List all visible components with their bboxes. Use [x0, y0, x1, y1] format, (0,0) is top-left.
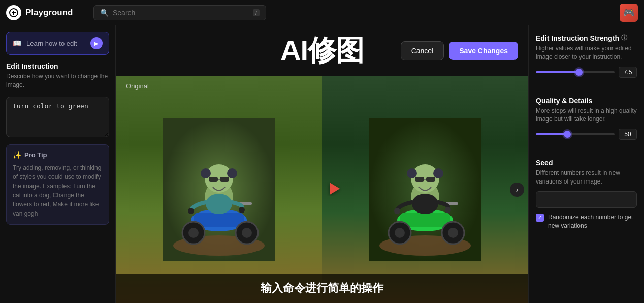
seed-desc: Different numbers result in new variatio…	[536, 169, 637, 186]
header: Playground 🔍 / 🎮	[0, 0, 644, 25]
seed-input[interactable]	[536, 191, 637, 208]
svg-point-35	[407, 168, 417, 178]
pro-tip-box: ✨ Pro Tip Try adding, removing, or think…	[6, 144, 109, 225]
seed-title: Seed	[536, 159, 637, 167]
svg-rect-32	[415, 177, 424, 182]
book-icon: 📖	[13, 39, 21, 47]
strength-info-icon: ⓘ	[621, 34, 627, 42]
strength-slider-track[interactable]	[536, 71, 615, 73]
bottom-caption: 输入命令进行简单的操作	[116, 274, 528, 303]
search-bar[interactable]: 🔍 /	[93, 5, 266, 20]
quality-slider-row: 50	[536, 129, 637, 140]
logo-text: Playground	[25, 8, 73, 18]
pro-tip-header: ✨ Pro Tip	[13, 151, 103, 159]
quality-section: Quality & Details More steps will result…	[536, 97, 637, 140]
divider-2	[536, 149, 637, 149]
svg-point-8	[242, 228, 252, 238]
original-image	[116, 76, 322, 303]
image-area: Original ›	[116, 76, 528, 303]
learn-how-to-edit-button[interactable]: 📖 Learn how to edit ▶	[6, 32, 109, 55]
svg-point-25	[395, 228, 405, 238]
quality-slider-track[interactable]	[536, 133, 615, 135]
randomize-row: ✓ Randomize each number to get new varia…	[536, 213, 637, 230]
play-button[interactable]: ▶	[90, 37, 103, 49]
svg-point-30	[412, 194, 438, 214]
quality-title: Quality & Details	[536, 97, 637, 105]
strength-slider-row: 7.5	[536, 67, 637, 78]
svg-point-19	[239, 207, 245, 213]
svg-point-37	[394, 208, 400, 214]
main: 📖 Learn how to edit ▶ Edit Instruction D…	[0, 25, 644, 303]
cancel-button[interactable]: Cancel	[401, 41, 444, 60]
quality-slider-fill	[536, 133, 567, 135]
image-label: Original	[126, 82, 149, 90]
svg-point-38	[445, 207, 451, 213]
randomize-checkbox[interactable]: ✓	[536, 214, 544, 222]
strength-section: Edit Instruction Strength ⓘ Higher value…	[536, 34, 637, 78]
svg-rect-33	[426, 177, 435, 182]
strength-slider-fill	[536, 71, 579, 73]
svg-point-36	[433, 168, 443, 178]
avatar: 🎮	[620, 4, 638, 22]
edit-instruction-section: Edit Instruction Describe how you want t…	[6, 62, 109, 89]
search-icon: 🔍	[100, 9, 109, 17]
divider-1	[536, 87, 637, 87]
svg-point-18	[188, 208, 194, 214]
image-placeholder: 输入命令进行简单的操作	[116, 76, 528, 303]
quality-slider-thumb	[564, 131, 571, 138]
edited-image	[322, 76, 528, 303]
play-icon: ▶	[94, 41, 99, 46]
svg-rect-14	[220, 177, 229, 182]
chevron-right-icon: ›	[516, 186, 519, 194]
edit-instruction-title: Edit Instruction	[6, 62, 109, 70]
left-sidebar: 📖 Learn how to edit ▶ Edit Instruction D…	[0, 25, 116, 303]
original-frog-svg	[163, 118, 275, 261]
edited-frog-svg	[369, 118, 481, 261]
search-input[interactable]	[113, 9, 249, 17]
page-title: AI修图	[280, 32, 364, 70]
svg-point-16	[201, 168, 211, 178]
save-changes-button[interactable]: Save Changes	[449, 42, 518, 60]
search-shortcut: /	[253, 9, 260, 16]
instruction-textarea[interactable]: turn color to green	[6, 97, 109, 137]
seed-section: Seed Different numbers result in new var…	[536, 159, 637, 230]
logo-icon	[6, 5, 21, 20]
svg-point-27	[448, 228, 458, 238]
svg-rect-13	[209, 177, 218, 182]
svg-point-11	[206, 194, 232, 214]
center-actions: Cancel Save Changes	[401, 41, 518, 60]
center-header: AI修图 Cancel Save Changes	[116, 25, 528, 76]
svg-point-6	[188, 228, 199, 238]
image-comparison	[116, 76, 528, 303]
quality-desc: More steps will result in a high quality…	[536, 107, 637, 124]
center-area: AI修图 Cancel Save Changes Original ›	[116, 25, 528, 303]
right-sidebar: Edit Instruction Strength ⓘ Higher value…	[528, 25, 644, 303]
learn-label: Learn how to edit	[26, 40, 85, 47]
randomize-label: Randomize each number to get new variati…	[548, 213, 637, 230]
strength-desc: Higher values will make your edited imag…	[536, 44, 637, 62]
arrow-svg	[302, 173, 342, 204]
tip-icon: ✨	[13, 151, 21, 159]
quality-slider-value: 50	[619, 129, 637, 140]
strength-slider-value: 7.5	[619, 67, 637, 78]
strength-title: Edit Instruction Strength ⓘ	[536, 34, 637, 42]
logo-area: Playground	[6, 5, 87, 20]
pro-tip-text: Try adding, removing, or thinking of sty…	[13, 163, 103, 218]
pro-tip-label: Pro Tip	[24, 151, 47, 159]
chevron-right-button[interactable]: ›	[510, 183, 524, 197]
svg-point-17	[227, 168, 237, 178]
comparison-arrow	[302, 173, 342, 206]
strength-slider-thumb	[575, 69, 583, 76]
edit-instruction-desc: Describe how you want to change the imag…	[6, 72, 109, 89]
